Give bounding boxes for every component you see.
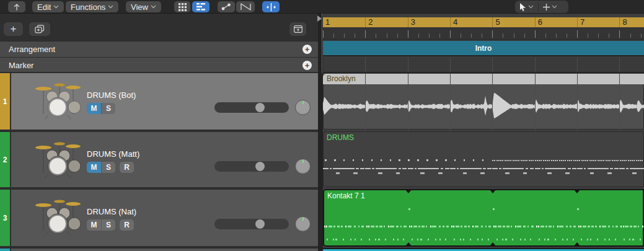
solo-button[interactable]: S: [101, 162, 115, 173]
add-arrangement-marker-button[interactable]: +: [302, 45, 312, 54]
track-color-strip[interactable]: [0, 249, 10, 251]
back-icon[interactable]: [8, 1, 25, 12]
ruler-bar-8[interactable]: 8: [619, 17, 644, 27]
beat-ruler[interactable]: [323, 27, 644, 40]
add-track-label: +: [11, 23, 17, 35]
drumkit-image: [35, 79, 82, 122]
volume-slider[interactable]: [214, 161, 289, 172]
ruler-bar-2[interactable]: 2: [365, 17, 407, 27]
midi-note: [390, 226, 394, 227]
midi-note: [335, 239, 337, 240]
midi-note: [354, 226, 356, 227]
pencil-tool[interactable]: [539, 1, 562, 13]
track-name[interactable]: DRUMS (Nat): [87, 207, 136, 216]
ruler-bar-1[interactable]: 1: [323, 17, 365, 27]
track-name[interactable]: DRUMS (Bot): [87, 90, 136, 100]
track-color-strip[interactable]: 1: [0, 73, 10, 130]
ruler-bar-4[interactable]: 4: [450, 17, 492, 27]
midi-note: [441, 168, 443, 169]
midi-note: [454, 159, 456, 161]
midi-note: [535, 168, 540, 169]
track-name[interactable]: DRUMS (Matt): [87, 149, 139, 159]
pan-knob[interactable]: [295, 216, 311, 232]
midi-note: [329, 226, 332, 227]
beat-tick: [482, 33, 482, 38]
track-number: 1: [3, 97, 7, 106]
track-header-2[interactable]: 2 DRUMS: [0, 131, 318, 187]
pointer-tool[interactable]: [515, 1, 538, 13]
volume-slider-thumb[interactable]: [255, 162, 265, 171]
duplicate-track-button[interactable]: [29, 22, 50, 36]
midi-note: [622, 160, 623, 161]
midi-note: [443, 226, 444, 227]
menu-functions[interactable]: Functions: [66, 1, 118, 12]
pan-knob[interactable]: [295, 100, 311, 115]
ruler-bar-3[interactable]: 3: [408, 17, 450, 27]
midi-note: [450, 168, 456, 169]
midi-note: [540, 226, 544, 227]
add-track-button[interactable]: +: [4, 22, 23, 36]
record-enable-button[interactable]: R: [120, 162, 134, 173]
mute-button[interactable]: M: [87, 103, 101, 114]
ruler-bar-5[interactable]: 5: [492, 17, 534, 27]
track-color-strip[interactable]: 2: [0, 132, 10, 187]
volume-slider-thumb[interactable]: [255, 219, 265, 229]
record-enable-button[interactable]: R: [120, 219, 134, 231]
track-header-1[interactable]: 1 DRUMS: [0, 72, 318, 130]
midi-note: [498, 160, 500, 161]
solo-button[interactable]: S: [101, 219, 115, 231]
midi-note: [630, 226, 632, 227]
track-color-strip[interactable]: 3: [0, 190, 10, 246]
midi-note: [418, 226, 420, 227]
snap-button[interactable]: [262, 1, 280, 12]
bar-gridline: [450, 74, 451, 130]
grid-view-button[interactable]: [174, 1, 190, 12]
solo-button[interactable]: S: [101, 103, 115, 114]
beat-tick: [535, 30, 536, 38]
mute-button[interactable]: M: [87, 162, 101, 173]
midi-note: [585, 160, 586, 161]
midi-note: [475, 226, 479, 227]
region-drums-midi[interactable]: DRUMS: [323, 131, 644, 187]
ruler-bar-6[interactable]: 6: [535, 17, 577, 27]
region-track-4[interactable]: [323, 248, 644, 251]
playhead[interactable]: [322, 14, 322, 73]
menu-view[interactable]: View: [126, 1, 161, 12]
bar-ruler[interactable]: 12345678: [323, 17, 644, 27]
tracks-view-button[interactable]: [192, 1, 210, 12]
track-header-4[interactable]: [0, 247, 318, 251]
volume-slider[interactable]: [214, 219, 289, 229]
midi-note: [610, 168, 612, 169]
midi-note: [553, 226, 554, 227]
midi-note: [557, 226, 558, 227]
mute-button[interactable]: M: [87, 219, 101, 231]
midi-note: [400, 226, 402, 227]
midi-note: [537, 160, 538, 161]
midi-note: [480, 172, 485, 174]
region-brooklyn[interactable]: Brooklyn: [323, 74, 644, 130]
midi-note: [535, 160, 536, 161]
automation-button[interactable]: [218, 1, 235, 12]
volume-slider-thumb[interactable]: [255, 103, 265, 112]
menu-edit[interactable]: Edit: [32, 1, 64, 12]
crossfade-button[interactable]: [236, 1, 255, 12]
midi-note: [464, 159, 465, 161]
marker-row[interactable]: Marker +: [0, 57, 318, 73]
pan-knob[interactable]: [295, 159, 311, 174]
volume-slider[interactable]: [214, 102, 289, 113]
ruler-bar-7[interactable]: 7: [577, 17, 619, 27]
marker-lane[interactable]: [323, 58, 644, 73]
region-title-bar[interactable]: Brooklyn: [323, 74, 644, 84]
show-hide-globals-button[interactable]: [289, 22, 306, 36]
arrangement-row[interactable]: Arrangement +: [0, 41, 318, 57]
region-kontakt[interactable]: Kontakt 7 1: [323, 189, 644, 247]
midi-note: [408, 168, 413, 169]
track-header-3[interactable]: 3 DRUMS: [0, 188, 318, 246]
add-marker-button[interactable]: +: [302, 61, 312, 70]
midi-note: [371, 226, 374, 227]
arrangement-marker-intro[interactable]: Intro: [323, 41, 644, 56]
midi-note: [418, 168, 439, 169]
midi-note: [516, 160, 518, 161]
midi-note: [597, 239, 598, 240]
midi-note: [607, 160, 609, 161]
